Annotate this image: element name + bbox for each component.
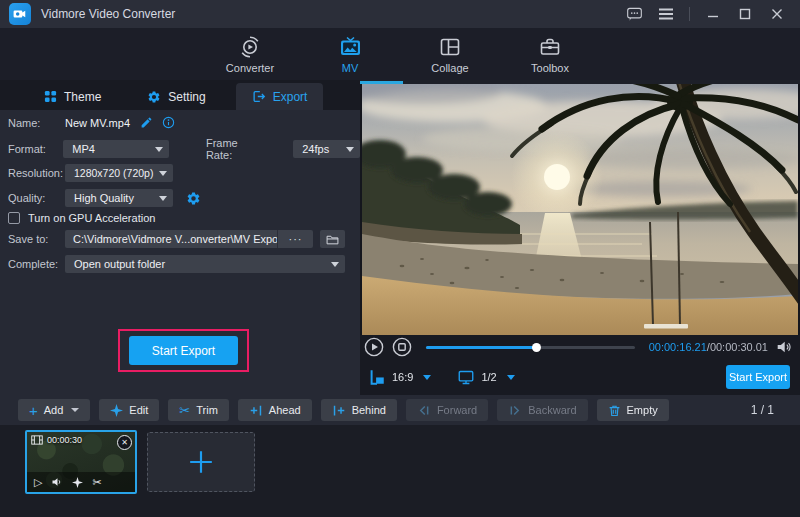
close-button[interactable] — [768, 5, 786, 23]
complete-dropdown[interactable]: Open output folder — [65, 255, 345, 273]
tab-export-label: Export — [273, 90, 308, 104]
export-icon — [252, 90, 266, 103]
ahead-button[interactable]: Ahead — [238, 399, 312, 421]
start-export-side-button[interactable]: Start Export — [726, 365, 790, 389]
backward-button[interactable]: Backward — [497, 399, 587, 421]
empty-button[interactable]: Empty — [597, 399, 669, 421]
forward-label: Forward — [437, 404, 477, 416]
add-label: Add — [44, 404, 64, 416]
ahead-label: Ahead — [269, 404, 301, 416]
format-row: Format: MP4 Frame Rate: 24fps — [8, 137, 360, 161]
quality-label: Quality: — [8, 192, 65, 204]
add-button[interactable]: + Add — [18, 399, 90, 421]
framerate-label: Frame Rate: — [206, 137, 265, 161]
aspect-ratio-icon[interactable] — [368, 368, 386, 386]
framerate-value: 24fps — [302, 143, 329, 155]
export-panel: Theme Setting Export Name: New MV.mp4 — [0, 80, 360, 395]
nav-label-toolbox: Toolbox — [531, 62, 569, 74]
name-value: New MV.mp4 — [65, 117, 130, 129]
gpu-acceleration-row: Turn on GPU Acceleration — [8, 212, 155, 224]
nav-tab-toolbox[interactable]: Toolbox — [515, 35, 585, 74]
edit-sparkle-icon — [110, 404, 123, 417]
gpu-acceleration-checkbox[interactable] — [8, 212, 20, 224]
screen-chevron-icon[interactable] — [507, 375, 515, 380]
seek-slider[interactable] — [426, 346, 635, 349]
timeline-clip-selected[interactable]: 00:00:30 ✕ ▷ ✂ — [25, 430, 137, 494]
nav-tab-converter[interactable]: Converter — [215, 35, 285, 74]
insert-ahead-icon — [249, 404, 263, 417]
add-clip-slot[interactable] — [147, 432, 255, 492]
backward-label: Backward — [528, 404, 576, 416]
move-forward-icon — [417, 404, 431, 417]
save-to-path-value: C:\Vidmore\Vidmore V...onverter\MV Expor… — [73, 233, 277, 245]
feedback-icon[interactable] — [625, 5, 643, 23]
minimize-button[interactable] — [704, 5, 722, 23]
tab-theme-label: Theme — [64, 90, 101, 104]
clip-volume-icon[interactable] — [51, 477, 63, 487]
setting-gear-icon — [147, 90, 161, 104]
trim-button[interactable]: ✂ Trim — [168, 399, 229, 421]
quality-settings-gear-icon[interactable] — [186, 191, 201, 206]
current-time: 00:00:16.21 — [649, 341, 707, 353]
rename-icon[interactable] — [140, 116, 153, 129]
nav-tab-collage[interactable]: Collage — [415, 35, 485, 74]
trash-icon — [608, 404, 621, 417]
tab-setting-label: Setting — [168, 90, 205, 104]
maximize-button[interactable] — [736, 5, 754, 23]
add-clip-plus-icon — [188, 449, 214, 475]
play-button[interactable] — [364, 337, 384, 357]
chevron-down-icon — [331, 262, 339, 267]
quality-value: High Quality — [74, 192, 134, 204]
name-row: Name: New MV.mp4 — [8, 116, 175, 129]
behind-button[interactable]: Behind — [321, 399, 397, 421]
browse-button[interactable]: ··· — [277, 230, 313, 248]
nav-label-mv: MV — [342, 62, 359, 74]
edit-label: Edit — [129, 404, 148, 416]
seek-slider-handle[interactable] — [532, 343, 541, 352]
framerate-dropdown[interactable]: 24fps — [293, 140, 360, 158]
nav-tab-mv[interactable]: MV — [315, 35, 385, 74]
trim-label: Trim — [196, 404, 218, 416]
complete-label: Complete: — [8, 258, 65, 270]
menu-hamburger-icon[interactable] — [657, 5, 675, 23]
resolution-value: 1280x720 (720p) — [74, 167, 153, 179]
move-backward-icon — [508, 404, 522, 417]
quality-dropdown[interactable]: High Quality — [65, 189, 173, 207]
seek-slider-fill — [426, 346, 537, 349]
start-export-button[interactable]: Start Export — [129, 336, 238, 365]
insert-behind-icon — [332, 404, 346, 417]
tab-setting[interactable]: Setting — [131, 83, 221, 110]
resolution-dropdown[interactable]: 1280x720 (720p) — [65, 164, 173, 182]
mv-icon — [338, 35, 363, 59]
clip-close-icon[interactable]: ✕ — [117, 435, 132, 450]
tab-export[interactable]: Export — [236, 83, 324, 110]
name-label: Name: — [8, 117, 65, 129]
clip-trim-scissors-icon[interactable]: ✂ — [92, 477, 101, 488]
clip-play-icon[interactable]: ▷ — [34, 477, 42, 488]
open-folder-button[interactable] — [320, 230, 345, 248]
annotation-highlight: Start Export — [118, 329, 249, 372]
folder-icon — [326, 234, 339, 245]
format-dropdown[interactable]: MP4 — [63, 140, 169, 158]
tab-theme[interactable]: Theme — [28, 83, 117, 110]
collage-icon — [438, 35, 462, 59]
scissors-icon: ✂ — [179, 404, 190, 417]
volume-icon[interactable] — [776, 340, 792, 354]
timeline-toolbar: + Add Edit ✂ Trim Ahead Behind — [0, 395, 800, 425]
screen-icon[interactable] — [457, 369, 475, 386]
aspect-ratio-chevron-icon[interactable] — [423, 375, 431, 380]
theme-icon — [44, 90, 57, 103]
player-controls: 00:00:16.21/00:00:30.01 — [360, 335, 800, 359]
save-to-path-field[interactable]: C:\Vidmore\Vidmore V...onverter\MV Expor… — [65, 230, 277, 248]
forward-button[interactable]: Forward — [406, 399, 488, 421]
plus-icon: + — [29, 403, 38, 418]
clip-edit-sparkle-icon[interactable] — [72, 477, 83, 488]
add-chevron-icon — [71, 408, 79, 412]
behind-label: Behind — [352, 404, 386, 416]
edit-button[interactable]: Edit — [99, 399, 159, 421]
info-icon[interactable] — [162, 116, 175, 129]
stop-button[interactable] — [392, 337, 412, 357]
titlebar: Vidmore Video Converter — [0, 0, 800, 28]
window-title: Vidmore Video Converter — [41, 7, 175, 21]
quality-row: Quality: High Quality — [8, 189, 201, 207]
